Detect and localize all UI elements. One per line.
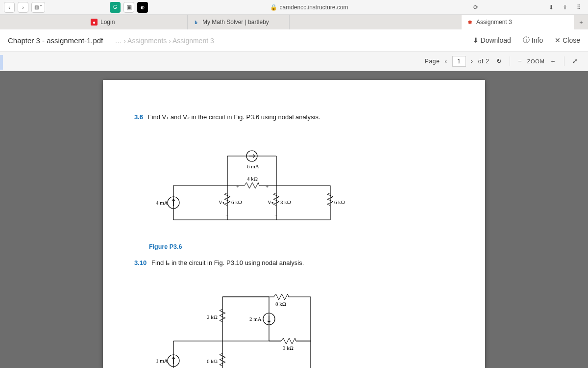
page-label: Page xyxy=(425,58,440,65)
svg-text:+: + xyxy=(266,184,269,189)
page-input[interactable] xyxy=(452,56,466,67)
favicon-icon: ● xyxy=(91,19,98,26)
address-bar[interactable]: 🔒 camdencc.instructure.com xyxy=(270,4,348,11)
zoom-out-button[interactable]: − xyxy=(517,57,523,65)
zoom-in-button[interactable]: ＋ xyxy=(549,57,558,66)
svg-text:6 kΩ: 6 kΩ xyxy=(231,199,242,205)
close-button[interactable]: ✕Close xyxy=(555,36,580,44)
problem-3-6: 3.6 Find V₁ and V₂ in the circuit in Fig… xyxy=(134,113,454,121)
page-total: of 2 xyxy=(478,58,490,65)
extension-icon[interactable]: G xyxy=(110,2,121,13)
circuit-3-10: 8 kΩ 3 kΩ 2 kΩ 2 mA 1 mA 6 kΩ Iₒ xyxy=(149,287,335,368)
problem-number: 3.10 xyxy=(134,259,147,266)
problem-text: Find V₁ and V₂ in the circuit in Fig. P3… xyxy=(148,113,320,121)
new-tab-button[interactable]: ＋ xyxy=(574,15,588,29)
browser-chrome: ‹ › ▥ ˅ G ▣ ◐ 🔒 camdencc.instructure.com… xyxy=(0,0,588,15)
svg-text:4 mA: 4 mA xyxy=(156,200,168,206)
svg-text:−: − xyxy=(274,212,277,218)
download-icon: ⬇ xyxy=(473,36,479,44)
svg-text:3 kΩ: 3 kΩ xyxy=(283,345,294,351)
apps-icon[interactable]: ⠿ xyxy=(573,2,584,13)
favicon-icon: ✽ xyxy=(466,19,473,26)
tab-assignment[interactable]: ✽ Assignment 3 xyxy=(462,15,574,29)
pdf-viewport[interactable]: 3.6 Find V₁ and V₂ in the circuit in Fig… xyxy=(0,71,588,368)
tab-bartleby[interactable]: b My Math Solver | bartleby xyxy=(188,15,290,29)
screenshot-icon[interactable]: ▣ xyxy=(123,2,134,13)
problem-number: 3.6 xyxy=(134,113,143,121)
sidebar-toggle[interactable]: ▥ ˅ xyxy=(31,2,45,13)
svg-text:3 kΩ: 3 kΩ xyxy=(280,199,291,205)
document-title: Chapter 3 - assignment-1.pdf xyxy=(8,36,103,45)
shield-icon[interactable]: ◐ xyxy=(137,2,148,13)
info-button[interactable]: ⓘInfo xyxy=(523,36,543,45)
svg-text:4 kΩ: 4 kΩ xyxy=(247,176,258,182)
svg-text:V₁: V₁ xyxy=(219,199,224,205)
figure-caption: Figure P3.6 xyxy=(149,243,454,250)
close-icon: ✕ xyxy=(555,36,561,44)
svg-text:−: − xyxy=(225,212,228,218)
tab-label: Login xyxy=(100,19,115,26)
tab-label: My Math Solver | bartleby xyxy=(202,19,269,26)
tab-strip: ● Login b My Math Solver | bartleby ✽ As… xyxy=(0,15,588,29)
breadcrumb: … › Assignments › Assignment 3 xyxy=(115,37,214,45)
tab-login[interactable]: ● Login xyxy=(86,15,188,29)
forward-button[interactable]: › xyxy=(18,2,28,13)
next-page-button[interactable]: › xyxy=(470,57,474,65)
svg-text:6 mA: 6 mA xyxy=(247,163,259,169)
svg-text:2 mA: 2 mA xyxy=(249,316,262,322)
downloads-icon[interactable]: ⬇ xyxy=(546,2,557,13)
favicon-icon: b xyxy=(193,19,199,26)
svg-text:2 kΩ: 2 kΩ xyxy=(207,314,218,320)
zoom-label: ZOOM xyxy=(527,58,545,64)
share-icon[interactable]: ⇪ xyxy=(560,2,570,13)
svg-text:8 kΩ: 8 kΩ xyxy=(275,301,286,307)
lock-icon: 🔒 xyxy=(270,4,277,11)
fullscreen-button[interactable]: ⤢ xyxy=(571,57,579,65)
url-host: camdencc.instructure.com xyxy=(279,4,348,11)
rotate-button[interactable]: ↻ xyxy=(495,57,503,65)
tab-label: Assignment 3 xyxy=(476,19,512,26)
download-button[interactable]: ⬇Download xyxy=(473,36,511,44)
document-bar: Chapter 3 - assignment-1.pdf … › Assignm… xyxy=(0,29,588,52)
prev-page-button[interactable]: ‹ xyxy=(444,57,448,65)
back-button[interactable]: ‹ xyxy=(4,2,15,13)
circuit-3-6: 6 mA 4 kΩ + + 4 mA V₁6 kΩ − V₂3 kΩ − 6 k… xyxy=(149,141,355,235)
viewer-toolbar: Page ‹ › of 2 ↻ − ZOOM ＋ ⤢ xyxy=(0,52,588,71)
reload-button[interactable]: ⟳ xyxy=(470,2,481,13)
svg-text:+: + xyxy=(236,184,239,189)
svg-text:V₂: V₂ xyxy=(268,199,273,205)
info-icon: ⓘ xyxy=(523,36,530,45)
pdf-page: 3.6 Find V₁ and V₂ in the circuit in Fig… xyxy=(103,80,485,368)
problem-3-10: 3.10 Find Iₒ in the circuit in Fig. P3.1… xyxy=(134,259,454,266)
svg-text:1 mA: 1 mA xyxy=(156,358,168,364)
svg-text:6 kΩ: 6 kΩ xyxy=(207,358,218,364)
selection-sliver xyxy=(0,55,3,70)
svg-text:6 kΩ: 6 kΩ xyxy=(334,199,345,205)
problem-text: Find Iₒ in the circuit in Fig. P3.10 usi… xyxy=(151,259,304,266)
